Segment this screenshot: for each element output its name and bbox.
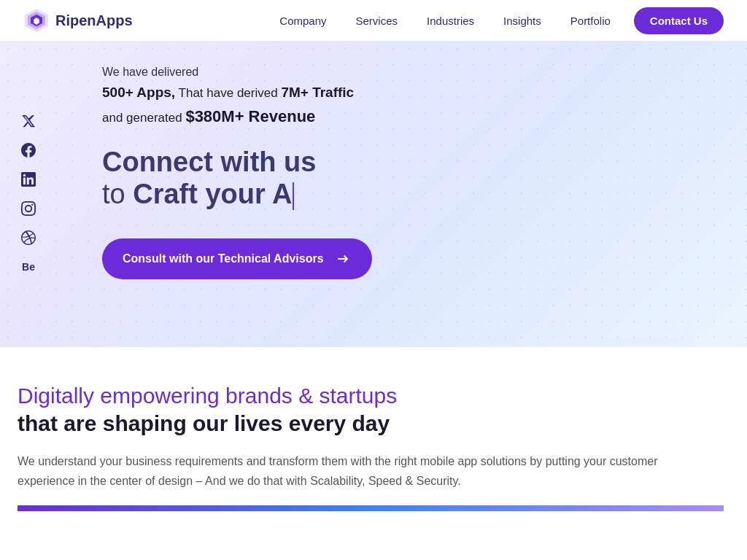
craft-text: Craft your A bbox=[133, 179, 292, 209]
revenue-text: and generated bbox=[102, 111, 185, 125]
section2-description: We understand your business requirements… bbox=[18, 451, 718, 491]
delivered-label: We have delivered bbox=[102, 63, 481, 82]
bottom-bar bbox=[18, 505, 724, 511]
to-text: to bbox=[102, 179, 133, 209]
header: RipenApps Company Services Industries In… bbox=[0, 0, 747, 41]
nav-portfolio[interactable]: Portfolio bbox=[556, 0, 625, 41]
hero-section: Be We have delivered 500+ Apps, That hav… bbox=[0, 41, 747, 347]
dribbble-icon[interactable] bbox=[20, 230, 36, 246]
consult-button[interactable]: Consult with our Technical Advisors bbox=[102, 238, 372, 279]
arrow-right-icon bbox=[334, 250, 352, 268]
hero-stats: We have delivered 500+ Apps, That have d… bbox=[102, 63, 481, 129]
logo-icon bbox=[23, 7, 50, 34]
hero-connect: Connect with us to Craft your A bbox=[102, 147, 481, 210]
apps-count: 500+ Apps, bbox=[102, 85, 175, 100]
craft-line: to Craft your A bbox=[102, 179, 481, 211]
traffic-count: 7M+ Traffic bbox=[281, 85, 354, 100]
facebook-icon[interactable] bbox=[20, 142, 36, 158]
apps-traffic-line: 500+ Apps, That have derived 7M+ Traffic bbox=[102, 82, 481, 104]
section2: Digitally empowering brands & startups t… bbox=[0, 347, 747, 534]
nav-industries[interactable]: Industries bbox=[412, 0, 489, 41]
consult-button-label: Consult with our Technical Advisors bbox=[123, 252, 324, 265]
nav-services[interactable]: Services bbox=[341, 0, 413, 41]
revenue-line: and generated $380M+ Revenue bbox=[102, 104, 481, 129]
contact-button[interactable]: Contact Us bbox=[634, 7, 724, 34]
logo[interactable]: RipenApps bbox=[23, 7, 133, 34]
cursor-blink bbox=[293, 182, 294, 210]
instagram-icon[interactable] bbox=[20, 201, 36, 217]
traffic-text: That have derived bbox=[179, 86, 282, 100]
section2-title: Digitally empowering brands & startups bbox=[18, 382, 724, 410]
twitter-icon[interactable] bbox=[20, 113, 36, 129]
main-nav: Company Services Industries Insights Por… bbox=[265, 0, 724, 41]
nav-company[interactable]: Company bbox=[265, 0, 341, 41]
linkedin-icon[interactable] bbox=[20, 171, 36, 187]
section2-subtitle: that are shaping our lives every day bbox=[18, 410, 724, 438]
connect-text: Connect with us bbox=[102, 147, 481, 179]
logo-text: RipenApps bbox=[55, 12, 133, 29]
hero-content: We have delivered 500+ Apps, That have d… bbox=[102, 63, 481, 279]
revenue-count: $380M+ Revenue bbox=[185, 107, 315, 125]
social-sidebar: Be bbox=[20, 113, 36, 275]
nav-insights[interactable]: Insights bbox=[489, 0, 556, 41]
behance-icon[interactable]: Be bbox=[20, 259, 36, 275]
